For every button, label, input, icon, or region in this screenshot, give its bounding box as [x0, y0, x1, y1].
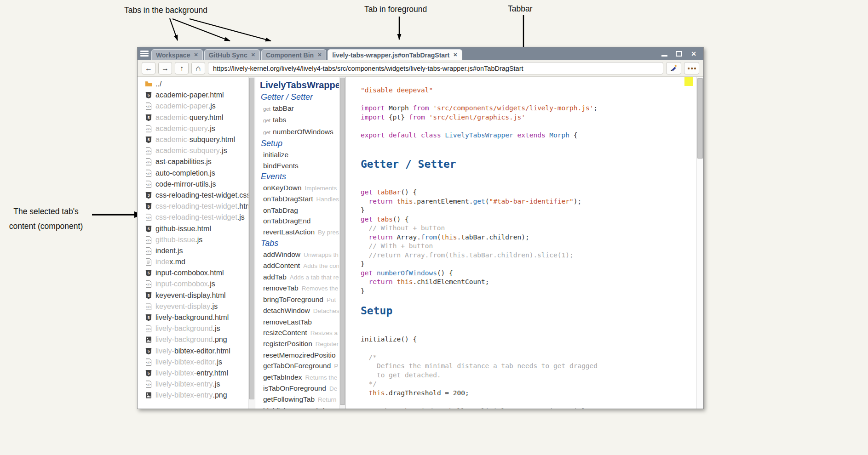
outline-section[interactable]: Tabs	[260, 238, 339, 249]
file-row[interactable]: </>lively-background.js	[145, 323, 248, 334]
outline-method[interactable]: getTabIndexReturns the	[260, 372, 339, 383]
outline-method[interactable]: getTabOnForegroundP	[260, 360, 339, 371]
file-row[interactable]: 3css-reloading-test-widget.css	[145, 190, 248, 201]
outline-method-name: resetMemoziredPositio	[263, 351, 336, 359]
outline-method[interactable]: addTabAdds a tab that ref	[260, 272, 339, 283]
up-button[interactable]: ↑	[175, 62, 189, 74]
minimize-button[interactable]	[661, 51, 667, 57]
outline-panel-scrollbar[interactable]	[339, 77, 345, 409]
outline-method[interactable]: initialize	[260, 149, 339, 160]
file-row[interactable]: 5github-issue.html	[145, 223, 248, 234]
tab-close-icon[interactable]: ✕	[453, 52, 457, 58]
outline-method[interactable]: bringToForegroundPut	[260, 294, 339, 305]
tab-background[interactable]: Workspace✕	[151, 49, 203, 60]
outline-method[interactable]: registerPositionRegister	[260, 338, 339, 349]
tab-close-icon[interactable]: ✕	[251, 52, 255, 58]
tab-close-icon[interactable]: ✕	[317, 52, 322, 58]
maximize-button[interactable]	[676, 51, 682, 57]
svg-text:5: 5	[148, 93, 150, 97]
outline-method[interactable]: gettabs	[260, 114, 339, 126]
file-row[interactable]: 5academic-paper.html	[145, 90, 248, 101]
outline-section[interactable]: Setup	[260, 138, 339, 149]
forward-button[interactable]: →	[158, 62, 172, 74]
file-row[interactable]: 5css-reloading-test-widget.html	[145, 201, 248, 212]
close-button[interactable]: ✕	[690, 51, 697, 57]
file-row[interactable]: </>github-issue.js	[145, 234, 248, 245]
outline-method[interactable]: getFollowingTabReturn	[260, 394, 339, 405]
outline-method[interactable]: onTabDragEnd	[260, 216, 339, 226]
file-row[interactable]: 5lively-bibtex-editor.html	[145, 346, 248, 357]
editor-scrollbar[interactable]	[696, 77, 703, 409]
js-icon: </>	[145, 280, 152, 288]
file-row[interactable]: </>academic-subquery.js	[145, 145, 248, 156]
tab-close-icon[interactable]: ✕	[194, 52, 198, 58]
file-name: .js	[213, 324, 220, 333]
tab-foreground[interactable]: lively-tabs-wrapper.js#onTabDragStart✕	[328, 49, 462, 60]
file-row[interactable]: </>auto-completion.js	[145, 168, 248, 179]
file-row[interactable]: 5input-combobox.html	[145, 267, 248, 279]
file-panel-scrollbar[interactable]	[248, 77, 255, 409]
file-name-prefix: css-reloading-test-widget	[155, 202, 237, 210]
outline-class-name[interactable]: LivelyTabsWrapper	[260, 79, 339, 91]
outline-method[interactable]: onKeyDownImplements	[260, 182, 339, 193]
outline-method[interactable]: onTabDragStartHandles	[260, 193, 339, 205]
file-name: .js	[213, 380, 220, 388]
file-row[interactable]: lively-bibtex-entry.png	[145, 390, 248, 401]
js-icon: </>	[145, 147, 152, 154]
file-row[interactable]: 5keyevent-display.html	[145, 290, 248, 301]
outline-method[interactable]: isTabOnForegroundDe	[260, 383, 339, 394]
outline-section[interactable]: Getter / Setter	[260, 91, 339, 103]
svg-text:5: 5	[148, 348, 150, 353]
outline-method[interactable]: resetMemoziredPositio	[260, 350, 339, 360]
outline-method[interactable]: onTabDrag	[260, 205, 339, 216]
file-row[interactable]: </>input-combobox.js	[145, 279, 248, 290]
more-button[interactable]	[684, 62, 699, 74]
outline-method[interactable]: removeTabRemoves the	[260, 283, 339, 294]
file-row[interactable]: </>ast-capabilities.js	[145, 156, 248, 167]
menu-icon[interactable]	[140, 51, 149, 57]
file-row[interactable]: </>lively-bibtex-entry.js	[145, 379, 248, 390]
outline-method[interactable]: removeLastTab	[260, 317, 339, 327]
back-button[interactable]: ←	[142, 62, 155, 74]
outline-method[interactable]: addContentAdds the con	[260, 260, 339, 271]
file-row[interactable]: index.md	[145, 256, 248, 267]
outline-method[interactable]: resizeContentResizes a	[260, 327, 339, 338]
file-row[interactable]: 5lively-bibtex-entry.html	[145, 368, 248, 379]
file-row[interactable]: </>academic-query.js	[145, 123, 248, 134]
file-row[interactable]: </>keyevent-display.js	[145, 301, 248, 312]
file-name-prefix: lively-bibtex-entry	[155, 380, 213, 388]
file-row[interactable]: lively-background.png	[145, 334, 248, 345]
file-row[interactable]: </>code-mirror-utils.js	[145, 179, 248, 190]
svg-text:5: 5	[148, 293, 150, 297]
outline-method[interactable]: bindEvents	[260, 160, 339, 171]
file-row[interactable]: 5academic-query.html	[145, 112, 248, 123]
outline-method-name: onTabDragEnd	[263, 217, 310, 225]
js-icon: </>	[145, 181, 152, 188]
outline-method[interactable]: revertLastActionBy pres	[260, 227, 339, 238]
file-row[interactable]: 5academic-subquery.html	[145, 134, 248, 145]
outline-method[interactable]: addWindowUnwrapps th	[260, 249, 339, 260]
code-editor[interactable]: "disable deepeval" import Morph from 'sr…	[346, 77, 703, 409]
file-row[interactable]: </>css-reloading-test-widget.js	[145, 212, 248, 223]
home-button[interactable]: ⌂	[191, 62, 205, 74]
annotation-marker[interactable]	[684, 77, 693, 86]
file-row[interactable]: </>academic-paper.js	[145, 101, 248, 112]
file-row[interactable]: </>indent.js	[145, 245, 248, 256]
outline-method[interactable]: highlightUnsavedChan	[260, 405, 339, 409]
url-input[interactable]	[208, 62, 663, 74]
code-line: this.dragThreshold = 200;	[361, 389, 690, 398]
file-row[interactable]: ../	[145, 79, 248, 90]
outline-method-note: De	[329, 385, 337, 392]
file-row[interactable]: 5lively-background.html	[145, 312, 248, 323]
file-name-prefix: lively-bibtex-editor	[155, 358, 215, 366]
outline-section[interactable]: Events	[260, 171, 339, 182]
tab-background[interactable]: Component Bin✕	[261, 49, 326, 60]
tab-background[interactable]: GitHub Sync✕	[204, 49, 260, 60]
outline-method[interactable]: detachWindowDetaches	[260, 305, 339, 316]
file-row[interactable]: </>lively-bibtex-editor.js	[145, 357, 248, 368]
outline-method[interactable]: gettabBar	[260, 103, 339, 114]
edit-button[interactable]	[666, 62, 681, 74]
outline-method-note: Register	[316, 341, 339, 347]
code-line: // The tabs window shall explicitly not …	[361, 407, 690, 409]
outline-method[interactable]: getnumberOfWindows	[260, 126, 339, 138]
